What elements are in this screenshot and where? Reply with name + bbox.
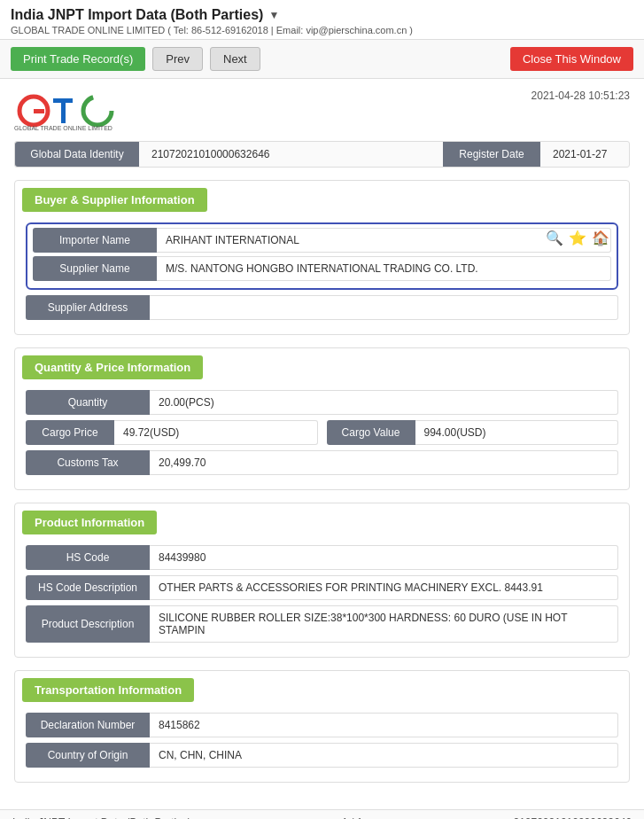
buyer-supplier-section: Buyer & Supplier Information Importer Na… [14,180,630,335]
cargo-row: Cargo Price 49.72(USD) Cargo Value 994.0… [26,420,618,445]
product-desc-row: Product Description SILICONE RUBBER ROLL… [26,605,618,643]
main-content: GLOBAL TRADE ONLINE LIMITED 2021-04-28 1… [0,79,644,809]
cargo-value-part: Cargo Value 994.00(USD) [327,420,619,445]
product-title: Product Information [22,511,157,534]
prev-button[interactable]: Prev [152,47,203,71]
country-origin-row: Country of Origin CN, CHN, CHINA [26,743,618,768]
search-icon[interactable]: 🔍 [546,230,563,246]
hs-desc-label: HS Code Description [26,575,150,600]
logo-area: GLOBAL TRADE ONLINE LIMITED [14,90,120,132]
decl-num-value: 8415862 [150,713,618,737]
datetime: 2021-04-28 10:51:23 [531,90,630,102]
importer-row: Importer Name ARIHANT INTERNATIONAL [33,228,611,253]
transportation-section: Transportation Information Declaration N… [14,670,630,783]
print-button[interactable]: Print Trade Record(s) [11,47,145,71]
quantity-label: Quantity [26,390,150,415]
global-data-identity-value: 21072021010000632646 [139,142,443,167]
cargo-value-label: Cargo Value [327,420,415,445]
supplier-address-row: Supplier Address [26,295,618,320]
transportation-body: Declaration Number 8415862 Country of Or… [15,709,629,782]
logo-date-row: GLOBAL TRADE ONLINE LIMITED 2021-04-28 1… [14,90,630,132]
svg-rect-1 [34,109,44,113]
customs-tax-value: 20,499.70 [150,450,618,475]
svg-text:GLOBAL TRADE ONLINE LIMITED: GLOBAL TRADE ONLINE LIMITED [14,125,113,131]
company-logo: GLOBAL TRADE ONLINE LIMITED [14,90,120,132]
country-origin-label: Country of Origin [26,743,150,768]
hs-code-row: HS Code 84439980 [26,545,618,570]
quantity-value: 20.00(PCS) [150,390,618,415]
cargo-value-value: 994.00(USD) [415,420,619,445]
cargo-price-part: Cargo Price 49.72(USD) [26,420,318,445]
cargo-price-value: 49.72(USD) [114,420,318,445]
country-origin-value: CN, CHN, CHINA [150,743,618,768]
decl-num-row: Declaration Number 8415862 [26,713,618,737]
quantity-price-section: Quantity & Price Information Quantity 20… [14,347,630,490]
buyer-supplier-body: Importer Name ARIHANT INTERNATIONAL Supp… [15,219,629,334]
supplier-address-value [150,295,618,320]
home-icon[interactable]: 🏠 [592,230,609,246]
svg-rect-3 [61,98,66,123]
transportation-title: Transportation Information [22,678,194,702]
close-window-button[interactable]: Close This Window [510,47,633,71]
buyer-supplier-title: Buyer & Supplier Information [22,188,207,212]
customs-tax-label: Customs Tax [26,450,150,475]
next-button[interactable]: Next [210,47,260,71]
product-desc-value: SILICONE RUBBER ROLLER SIZE:38*100*300 H… [150,605,618,643]
register-date-label: Register Date [443,142,540,167]
importer-supplier-highlight: Importer Name ARIHANT INTERNATIONAL Supp… [26,222,618,290]
supplier-label: Supplier Name [33,256,157,281]
global-data-identity-label: Global Data Identity [15,142,139,167]
action-icons: 🔍 ⭐ 🏠 [546,230,609,246]
hs-desc-value: OTHER PARTS & ACCESSORIES FOR PRINTING M… [150,575,618,600]
hs-desc-row: HS Code Description OTHER PARTS & ACCESS… [26,575,618,600]
decl-num-label: Declaration Number [26,713,150,737]
hs-code-value: 84439980 [150,545,618,570]
quantity-price-title: Quantity & Price Information [22,355,203,379]
subtitle: GLOBAL TRADE ONLINE LIMITED ( Tel: 86-51… [11,25,633,35]
footer: India JNPT Import Data (Both Parties) 1 … [0,809,644,819]
product-desc-label: Product Description [26,605,150,643]
quantity-price-body: Quantity 20.00(PCS) Cargo Price 49.72(US… [15,386,629,489]
hs-code-label: HS Code [26,545,150,570]
customs-tax-row: Customs Tax 20,499.70 [26,450,618,475]
page-title: India JNPT Import Data (Both Parties) [11,7,263,23]
product-body: HS Code 84439980 HS Code Description OTH… [15,542,629,657]
quantity-row: Quantity 20.00(PCS) [26,390,618,415]
cargo-price-label: Cargo Price [26,420,114,445]
supplier-address-label: Supplier Address [26,295,150,320]
global-data-row: Global Data Identity 2107202101000063264… [14,141,630,168]
supplier-value: M/S. NANTONG HONGBO INTERNATIONAL TRADIN… [157,256,611,281]
product-section: Product Information HS Code 84439980 HS … [14,503,630,658]
importer-value: ARIHANT INTERNATIONAL [157,228,611,253]
header-bar: India JNPT Import Data (Both Parties) ▼ … [0,0,644,40]
register-date-value: 2021-01-27 [540,142,629,167]
title-dropdown-icon[interactable]: ▼ [268,9,279,21]
svg-point-4 [83,97,112,125]
importer-label: Importer Name [33,228,157,253]
toolbar: Print Trade Record(s) Prev Next Close Th… [0,40,644,79]
star-icon[interactable]: ⭐ [569,230,586,246]
supplier-row: Supplier Name M/S. NANTONG HONGBO INTERN… [33,256,611,281]
